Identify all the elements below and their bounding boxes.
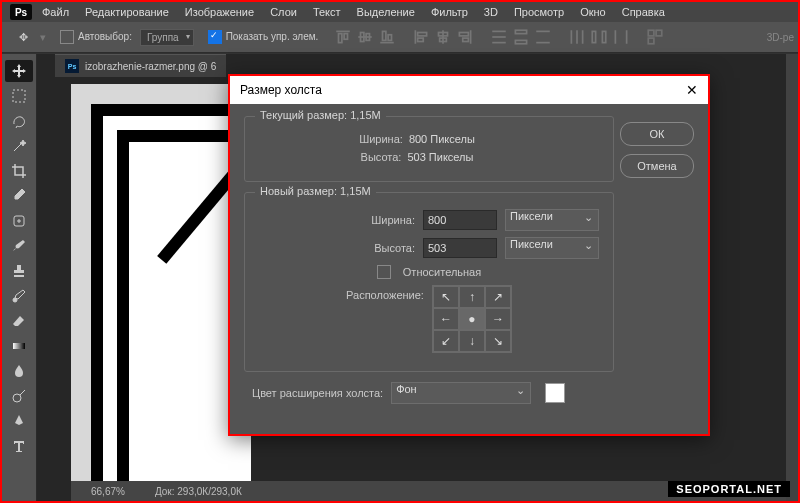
anchor-n[interactable]: ↑	[459, 286, 485, 308]
distribute-right-icon[interactable]	[612, 28, 630, 46]
group-dropdown[interactable]: Группа	[140, 29, 194, 46]
svg-rect-21	[516, 30, 527, 33]
eyedropper-tool[interactable]	[5, 185, 33, 207]
options-bar: ✥ ▾ Автовыбор: Группа Показать упр. элем…	[2, 22, 798, 53]
distribute-top-icon[interactable]	[490, 28, 508, 46]
current-height-value: 503 Пикселы	[407, 151, 497, 163]
menu-layers[interactable]: Слои	[270, 6, 297, 18]
doc-size: Док: 293,0К/293,0К	[155, 486, 242, 497]
app-logo: Ps	[10, 4, 32, 20]
crop-tool[interactable]	[5, 160, 33, 182]
distribute-left-icon[interactable]	[568, 28, 586, 46]
tab-filename: izobrazhenie-razmer.png @ 6	[85, 61, 216, 72]
anchor-e[interactable]: →	[485, 308, 511, 330]
anchor-se[interactable]: ↘	[485, 330, 511, 352]
distribute-bottom-icon[interactable]	[534, 28, 552, 46]
width-unit-select[interactable]: Пиксели	[505, 209, 599, 231]
canvas[interactable]	[71, 84, 251, 484]
lasso-tool[interactable]	[5, 110, 33, 132]
new-width-label: Ширина:	[371, 214, 415, 226]
anchor-w[interactable]: ←	[433, 308, 459, 330]
autoselect-label: Автовыбор:	[78, 31, 132, 42]
new-size-label: Новый размер:	[260, 185, 337, 197]
cancel-button[interactable]: Отмена	[620, 154, 694, 178]
autoselect-checkbox[interactable]	[60, 30, 74, 44]
menu-filter[interactable]: Фильтр	[431, 6, 468, 18]
close-icon[interactable]: ✕	[686, 82, 698, 98]
height-input[interactable]	[423, 238, 497, 258]
eraser-tool[interactable]	[5, 310, 33, 332]
menu-edit[interactable]: Редактирование	[85, 6, 169, 18]
anchor-center[interactable]: ●	[459, 308, 485, 330]
svg-rect-16	[460, 33, 469, 36]
align-left-icon[interactable]	[412, 28, 430, 46]
move-tool[interactable]	[5, 60, 33, 82]
distribute-v-icon[interactable]	[512, 28, 530, 46]
history-brush-tool[interactable]	[5, 285, 33, 307]
menu-file[interactable]: Файл	[42, 6, 69, 18]
zoom-level[interactable]: 66,67%	[91, 486, 125, 497]
blur-tool[interactable]	[5, 360, 33, 382]
align-top-icon[interactable]	[334, 28, 352, 46]
width-input[interactable]	[423, 210, 497, 230]
align-right-icon[interactable]	[456, 28, 474, 46]
type-tool[interactable]	[5, 435, 33, 457]
show-controls-checkbox[interactable]	[208, 30, 222, 44]
menu-select[interactable]: Выделение	[357, 6, 415, 18]
new-height-label: Высота:	[374, 242, 415, 254]
menu-help[interactable]: Справка	[622, 6, 665, 18]
marquee-tool[interactable]	[5, 85, 33, 107]
tools-panel	[2, 54, 37, 501]
distribute-h-icon[interactable]	[590, 28, 608, 46]
anchor-ne[interactable]: ↗	[485, 286, 511, 308]
align-vcenter-icon[interactable]	[356, 28, 374, 46]
menu-image[interactable]: Изображение	[185, 6, 254, 18]
anchor-sw[interactable]: ↙	[433, 330, 459, 352]
current-height-label: Высота:	[361, 151, 402, 163]
brush-tool[interactable]	[5, 235, 33, 257]
menu-text[interactable]: Текст	[313, 6, 341, 18]
menu-view[interactable]: Просмотр	[514, 6, 564, 18]
ext-color-select[interactable]: Фон	[391, 382, 531, 404]
new-size-value: 1,15M	[340, 185, 371, 197]
svg-rect-34	[649, 38, 655, 44]
svg-rect-22	[516, 40, 527, 43]
align-bottom-icon[interactable]	[378, 28, 396, 46]
svg-rect-35	[13, 90, 25, 102]
show-controls-label: Показать упр. элем.	[226, 31, 319, 42]
svg-rect-33	[657, 30, 663, 36]
current-width-value: 800 Пикселы	[409, 133, 499, 145]
canvas-size-dialog: Размер холста ✕ ОК Отмена Текущий размер…	[228, 74, 710, 436]
wand-tool[interactable]	[5, 135, 33, 157]
3d-mode-label: 3D-ре	[767, 32, 794, 43]
anchor-nw[interactable]: ↖	[433, 286, 459, 308]
pen-tool[interactable]	[5, 410, 33, 432]
anchor-grid: ↖ ↑ ↗ ← ● → ↙ ↓ ↘	[432, 285, 512, 353]
main-menu: Ps Файл Редактирование Изображение Слои …	[2, 2, 798, 22]
patch-tool[interactable]	[5, 210, 33, 232]
svg-rect-32	[649, 30, 655, 36]
gradient-tool[interactable]	[5, 335, 33, 357]
ok-button[interactable]: ОК	[620, 122, 694, 146]
current-width-label: Ширина:	[359, 133, 403, 145]
relative-checkbox[interactable]	[377, 265, 391, 279]
stamp-tool[interactable]	[5, 260, 33, 282]
dialog-title: Размер холста	[240, 83, 322, 97]
ext-color-swatch[interactable]	[545, 383, 565, 403]
relative-label: Относительная	[403, 266, 481, 278]
current-size-label: Текущий размер:	[260, 109, 347, 121]
right-panel-collapsed[interactable]	[786, 54, 798, 501]
auto-align-icon[interactable]	[646, 28, 664, 46]
svg-rect-17	[463, 38, 469, 41]
anchor-s[interactable]: ↓	[459, 330, 485, 352]
svg-rect-28	[593, 31, 596, 42]
dodge-tool[interactable]	[5, 385, 33, 407]
align-hcenter-icon[interactable]	[434, 28, 452, 46]
svg-point-37	[13, 298, 17, 302]
svg-rect-2	[345, 34, 348, 40]
menu-window[interactable]: Окно	[580, 6, 606, 18]
svg-rect-38	[13, 343, 25, 349]
height-unit-select[interactable]: Пиксели	[505, 237, 599, 259]
menu-3d[interactable]: 3D	[484, 6, 498, 18]
document-tab[interactable]: Ps izobrazhenie-razmer.png @ 6	[55, 54, 226, 77]
